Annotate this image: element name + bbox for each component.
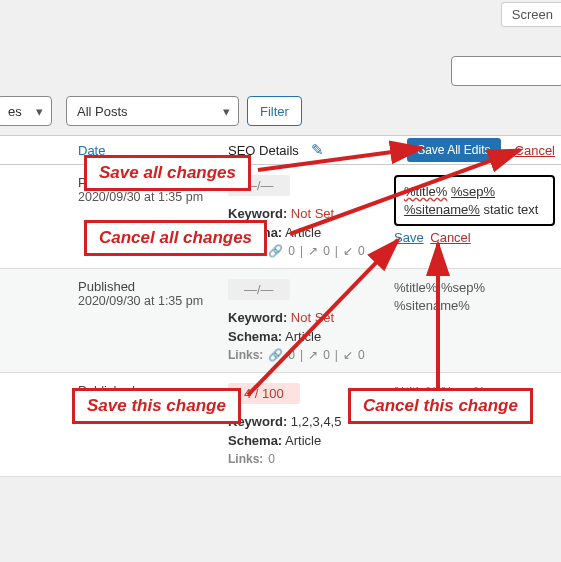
title-edit-box[interactable]: %title% %sep% %sitename% static text bbox=[394, 175, 555, 226]
incoming-link-icon: ↙ bbox=[343, 244, 353, 258]
annotation-save-all: Save all changes bbox=[84, 155, 251, 191]
link-icon: 🔗 bbox=[268, 244, 283, 258]
seo-score-badge: —/— bbox=[228, 279, 290, 300]
incoming-link-icon: ↙ bbox=[343, 348, 353, 362]
table-row: Published 2020/09/30 at 1:35 pm —/— Keyw… bbox=[0, 269, 561, 373]
keyword-value: Not Set bbox=[291, 310, 334, 325]
search-input[interactable] bbox=[451, 56, 561, 86]
pencil-icon[interactable]: ✎ bbox=[311, 141, 324, 159]
row-cancel-link[interactable]: Cancel bbox=[430, 230, 470, 245]
annotation-cancel-all: Cancel all changes bbox=[84, 220, 267, 256]
keyword-value: 1,2,3,4,5 bbox=[291, 414, 342, 429]
save-all-button[interactable]: Save All Edits bbox=[407, 138, 500, 162]
status-label: Published bbox=[78, 279, 228, 294]
screen-options-button[interactable]: Screen bbox=[501, 2, 561, 27]
date-label: 2020/09/30 at 1:35 pm bbox=[78, 190, 228, 204]
annotation-save-this: Save this change bbox=[72, 388, 241, 424]
filter-select-1-value: es bbox=[8, 104, 22, 119]
title-preview: %title% %sep% %sitename% bbox=[394, 279, 555, 314]
links-summary: Links: 🔗0 | ↗0 | ↙0 bbox=[228, 348, 394, 362]
filter-select-1[interactable]: es bbox=[0, 96, 52, 126]
schema-value: Article bbox=[285, 433, 321, 448]
schema-value: Article bbox=[285, 225, 321, 240]
external-link-icon: ↗ bbox=[308, 244, 318, 258]
filter-button[interactable]: Filter bbox=[247, 96, 302, 126]
row-save-link[interactable]: Save bbox=[394, 230, 424, 245]
schema-value: Article bbox=[285, 329, 321, 344]
link-icon: 🔗 bbox=[268, 348, 283, 362]
filter-select-2-value: All Posts bbox=[77, 104, 128, 119]
cancel-all-link[interactable]: Cancel bbox=[515, 143, 555, 158]
annotation-cancel-this: Cancel this change bbox=[348, 388, 533, 424]
date-label: 2020/09/30 at 1:35 pm bbox=[78, 294, 228, 308]
keyword-value: Not Set bbox=[291, 206, 334, 221]
links-summary: Links: 0 bbox=[228, 452, 394, 466]
filter-bar: es All Posts Filter bbox=[0, 91, 561, 131]
filter-select-2[interactable]: All Posts bbox=[66, 96, 239, 126]
external-link-icon: ↗ bbox=[308, 348, 318, 362]
